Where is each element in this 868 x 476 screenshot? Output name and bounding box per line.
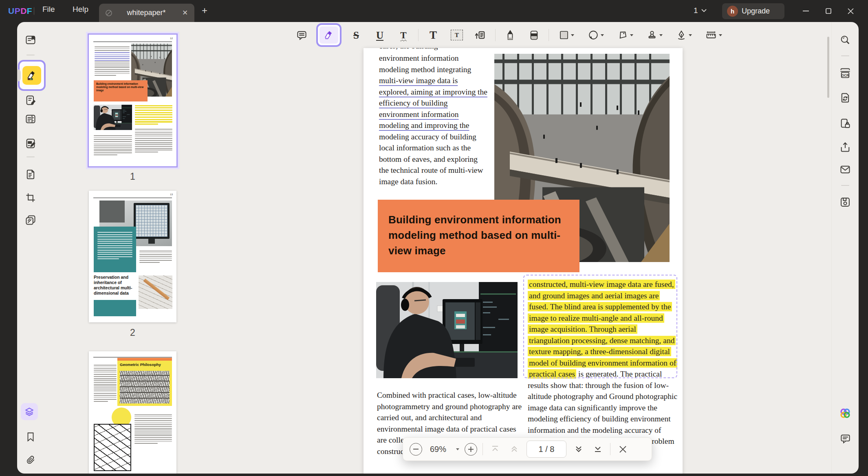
chevron-down-icon <box>719 34 722 36</box>
measure-tool[interactable] <box>701 26 726 44</box>
window-count-dropdown[interactable]: 1 <box>694 6 707 15</box>
signature-tool[interactable] <box>672 26 696 44</box>
sidebar-item-annotate[interactable] <box>18 60 46 91</box>
stamp-icon <box>647 30 657 40</box>
tab-close-icon[interactable]: ✕ <box>180 8 190 18</box>
vertical-scrollbar[interactable] <box>827 37 829 98</box>
sidebar-item-edit[interactable] <box>22 91 40 109</box>
sidebar-item-fill-sign[interactable] <box>22 134 40 152</box>
thumb3-sketch-image <box>94 424 131 471</box>
panel-collapse-handle[interactable] <box>17 69 21 82</box>
callout-tool[interactable] <box>471 26 489 44</box>
sidebar-item-attachments[interactable] <box>22 451 40 469</box>
feedback-tool[interactable] <box>836 430 854 447</box>
chevron-down-icon <box>601 34 604 36</box>
thumbnail-page-3[interactable]: Geometric Philosophy <box>89 351 176 474</box>
sticker-tool[interactable] <box>584 26 608 44</box>
new-tab-button[interactable]: + <box>199 6 210 16</box>
pencil-tool[interactable] <box>501 26 519 44</box>
squiggly-tool[interactable]: T <box>394 26 412 44</box>
ocr-icon: OCR <box>839 67 851 79</box>
sidebar-item-organize[interactable] <box>22 110 40 128</box>
avatar: h <box>727 6 738 17</box>
document-tab[interactable]: whitepaper* ✕ <box>99 4 194 22</box>
zoom-dropdown-chevron-icon[interactable] <box>456 448 459 450</box>
thumb1-label: 1 <box>89 171 176 182</box>
text-tool[interactable]: T <box>424 26 442 44</box>
chevron-down-icon <box>630 34 633 36</box>
app-window: 12 Building environment information mode… <box>17 22 859 474</box>
convert-file-icon <box>839 92 851 104</box>
toolbar-separator <box>610 443 610 455</box>
mail-tool[interactable] <box>836 161 854 178</box>
layers-icon <box>21 403 38 420</box>
first-page-button[interactable] <box>488 442 502 456</box>
book-read-icon <box>25 34 36 46</box>
sidebar-item-watermark[interactable] <box>22 211 40 229</box>
convert-tool[interactable] <box>836 89 854 107</box>
page-number-input[interactable] <box>527 441 566 458</box>
previous-page-button[interactable] <box>507 442 521 456</box>
thumb1-text-placeholder <box>94 134 132 156</box>
thumbnail-page-1[interactable]: 12 Building environment information mode… <box>89 35 176 166</box>
thumb3-text-placeholder <box>134 413 172 445</box>
ocr-tool[interactable]: OCR <box>836 64 854 82</box>
next-page-icon <box>575 445 583 453</box>
thumb2-teal-block-bottom <box>94 300 136 316</box>
sidebar-item-convert[interactable] <box>22 165 40 183</box>
underlined-annotation-text: multi-view image data is explored, aimin… <box>379 76 487 130</box>
crop-icon <box>25 192 36 203</box>
close-icon <box>619 446 626 453</box>
text-box-tool[interactable]: T <box>448 26 466 44</box>
page-text-column-1: environment information modeling method … <box>379 53 487 187</box>
chevron-down-icon <box>659 34 663 36</box>
comment-tool[interactable] <box>293 26 311 44</box>
save-tool[interactable] <box>836 193 854 211</box>
minimize-button[interactable] <box>800 5 812 17</box>
last-page-button[interactable] <box>591 442 605 456</box>
sidebar-item-bookmarks[interactable] <box>22 428 40 446</box>
thumb1-page-number: 12 <box>170 37 173 40</box>
ruler-icon <box>705 29 717 41</box>
close-button[interactable] <box>844 5 857 17</box>
highlight-tool[interactable] <box>316 23 341 47</box>
sidebar-item-crop[interactable] <box>22 189 40 207</box>
sidebar-item-reader[interactable] <box>22 31 40 49</box>
ai-assistant-tool[interactable] <box>836 404 854 422</box>
eraser-icon <box>529 30 540 41</box>
highlighter-icon <box>324 30 334 40</box>
previous-page-icon <box>510 445 518 453</box>
account-upgrade-pill[interactable]: h Upgrade <box>722 3 784 19</box>
strikethrough-tool[interactable]: S <box>347 26 365 44</box>
pdf-page: cases, the building environment informat… <box>364 48 683 474</box>
search-icon <box>839 34 851 46</box>
tag-tool[interactable] <box>613 26 637 44</box>
rail-divider <box>841 55 849 56</box>
search-tool[interactable] <box>836 31 854 49</box>
rail-divider <box>841 185 849 186</box>
toolbar-separator <box>418 29 419 41</box>
save-icon <box>839 196 851 208</box>
share-tool[interactable] <box>836 138 854 156</box>
page-photo-designer <box>376 282 518 378</box>
menu-file[interactable]: File <box>42 5 55 14</box>
annotation-toolbar: S U T T T <box>293 23 726 47</box>
text-box-icon: T <box>451 30 463 40</box>
zoom-out-button[interactable] <box>410 443 422 456</box>
edit-page-icon <box>25 95 36 106</box>
eraser-tool[interactable] <box>525 26 543 44</box>
fill-sign-icon <box>25 138 36 149</box>
zoom-in-button[interactable] <box>465 443 477 456</box>
next-page-button[interactable] <box>572 442 586 456</box>
thumbnail-page-2[interactable]: 13 Preservation and inheritance of archi… <box>89 191 176 322</box>
close-view-toolbar-button[interactable] <box>616 442 630 456</box>
menu-help[interactable]: Help <box>73 5 88 14</box>
shapes-tool[interactable] <box>555 26 578 44</box>
protect-tool[interactable] <box>836 115 854 132</box>
maximize-button[interactable] <box>822 5 835 17</box>
stamp-tool[interactable] <box>643 26 666 44</box>
square-shape-icon <box>559 30 569 40</box>
underline-tool[interactable]: U <box>371 26 389 44</box>
thumb1-designer-photo <box>94 105 132 130</box>
sidebar-item-thumbnails[interactable] <box>20 403 38 421</box>
